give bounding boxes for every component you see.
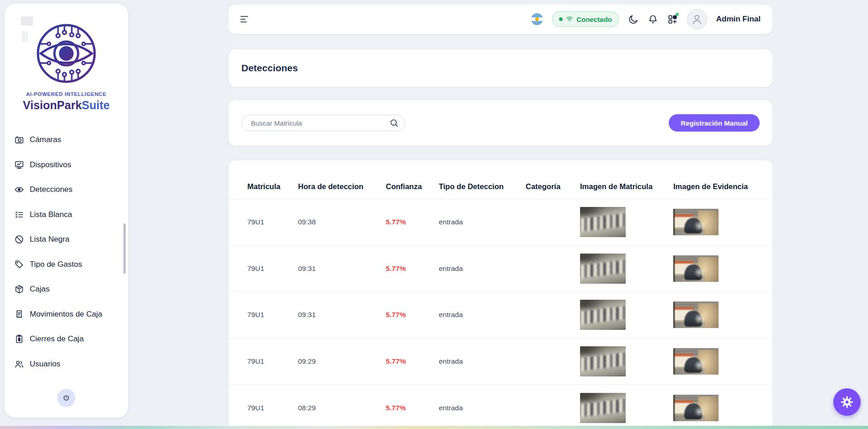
table-row: 79U1 09:29 5.77% entrada — [229, 339, 772, 385]
notifications-button[interactable] — [648, 14, 658, 25]
cell-tipo: entrada — [439, 218, 463, 226]
column-header-categoria: Categoría — [526, 182, 560, 191]
evidence-image[interactable] — [673, 395, 719, 421]
receipt-icon — [14, 309, 24, 319]
tag-icon — [14, 260, 24, 270]
brand-name-primary: VisionPark — [23, 99, 82, 111]
power-icon — [62, 393, 71, 403]
brand-logo-icon — [34, 20, 98, 87]
eye-icon — [14, 185, 24, 195]
cell-confianza: 5.77% — [386, 218, 406, 226]
sidebar-item-label: Lista Blanca — [30, 210, 72, 219]
cell-hora: 08:29 — [298, 404, 316, 412]
sidebar-item-label: Movimientos de Caja — [30, 310, 102, 319]
column-header-imagen-evidencia: Imagen de Evidencia — [673, 182, 748, 191]
cell-matricula: 79U1 — [247, 404, 264, 412]
cell-confianza: 5.77% — [386, 404, 406, 412]
user-avatar[interactable] — [687, 9, 707, 29]
notification-dot-icon — [676, 13, 679, 16]
cell-matricula: 79U1 — [247, 218, 264, 226]
sidebar-item-label: Cámaras — [30, 135, 61, 144]
cell-hora: 09:31 — [298, 311, 316, 319]
sidebar-item-camaras[interactable]: Cámaras — [5, 127, 128, 153]
sidebar: AI-POWERED INTELLIGENCE VisionParkSuite … — [5, 4, 128, 418]
toolbar-card: Registración Manual — [229, 100, 772, 146]
sidebar-item-label: Cajas — [30, 285, 49, 294]
argentina-flag-icon[interactable] — [531, 13, 543, 25]
plate-image[interactable] — [580, 346, 626, 376]
cell-tipo: entrada — [439, 404, 463, 412]
sidebar-item-movimientos-de-caja[interactable]: Movimientos de Caja — [5, 302, 128, 327]
cell-matricula: 79U1 — [247, 265, 264, 273]
gear-icon — [840, 395, 854, 409]
bell-icon — [648, 14, 658, 25]
connection-status-badge: Conectado — [552, 11, 619, 27]
checklist-icon — [14, 210, 24, 220]
cell-matricula: 79U1 — [247, 357, 264, 365]
sidebar-item-label: Detecciones — [30, 185, 73, 194]
table-row: 79U1 09:31 5.77% entrada — [229, 246, 772, 292]
settings-fab-button[interactable] — [833, 388, 861, 416]
cell-hora: 09:38 — [298, 218, 316, 226]
search-icon[interactable] — [389, 118, 399, 128]
sidebar-item-label: Lista Negra — [30, 235, 69, 244]
ban-icon — [14, 234, 24, 244]
logout-power-button[interactable] — [57, 389, 75, 407]
column-header-tipo: Tipo de Deteccion — [439, 182, 504, 191]
evidence-image[interactable] — [673, 209, 719, 235]
sidebar-item-detecciones[interactable]: Detecciones — [5, 177, 128, 202]
brand-name-secondary: Suite — [82, 99, 110, 111]
evidence-image[interactable] — [673, 255, 719, 282]
sidebar-scrollbar[interactable] — [123, 223, 126, 274]
users-icon — [14, 359, 24, 369]
brand-tagline: AI-POWERED INTELLIGENCE — [5, 91, 128, 97]
search-input[interactable] — [250, 119, 389, 127]
moon-icon — [628, 14, 639, 25]
logo-artifact — [21, 16, 33, 26]
cell-tipo: entrada — [439, 311, 463, 319]
column-header-imagen-matricula: Imagen de Matricula — [580, 182, 653, 191]
sidebar-item-dispositivos[interactable]: Dispositivos — [5, 153, 128, 178]
wifi-icon — [566, 16, 573, 22]
sidebar-item-label: Usuarios — [30, 360, 60, 369]
plate-image[interactable] — [580, 207, 626, 237]
sidebar-menu: Cámaras Dispositivos Det — [5, 127, 128, 376]
detections-table-card: Matricula Hora de deteccion Confianza Ti… — [229, 160, 772, 429]
sidebar-item-cierres-de-caja[interactable]: $ Cierres de Caja — [5, 327, 128, 352]
cell-hora: 09:31 — [298, 265, 316, 273]
column-header-confianza: Confianza — [386, 182, 422, 191]
manual-registration-button[interactable]: Registración Manual — [669, 114, 760, 132]
user-name[interactable]: Admin Final — [716, 15, 761, 24]
app-root: AI-POWERED INTELLIGENCE VisionParkSuite … — [0, 0, 868, 429]
evidence-image[interactable] — [673, 302, 719, 328]
sidebar-item-usuarios[interactable]: Usuarios — [5, 352, 128, 377]
cell-tipo: entrada — [439, 265, 463, 273]
sidebar-item-cajas[interactable]: Cajas — [5, 277, 128, 302]
plate-image[interactable] — [580, 300, 626, 330]
plate-image[interactable] — [580, 254, 626, 284]
sidebar-item-lista-negra[interactable]: Lista Negra — [5, 227, 128, 252]
table-row: 79U1 09:38 5.77% entrada — [229, 199, 772, 246]
cell-matricula: 79U1 — [247, 311, 264, 319]
plate-image[interactable] — [580, 393, 626, 423]
menu-toggle-button[interactable] — [240, 16, 249, 23]
search-box — [241, 115, 405, 131]
page-title-card: Detecciones — [229, 49, 772, 87]
page-title: Detecciones — [241, 63, 298, 74]
cell-tipo: entrada — [439, 357, 463, 365]
dark-mode-toggle[interactable] — [628, 14, 639, 25]
sidebar-item-label: Dispositivos — [30, 160, 71, 169]
widgets-add-button[interactable] — [667, 14, 678, 25]
clipboard-dollar-icon: $ — [14, 334, 24, 344]
box-icon — [14, 284, 24, 294]
brand-name: VisionParkSuite — [5, 99, 128, 112]
sidebar-item-tipo-de-gastos[interactable]: Tipo de Gastos — [5, 252, 128, 277]
table-row: 79U1 08:29 5.77% entrada — [229, 385, 772, 429]
topbar: Conectado — [229, 5, 772, 34]
table-row: 79U1 09:31 5.77% entrada — [229, 292, 772, 339]
sidebar-item-lista-blanca[interactable]: Lista Blanca — [5, 202, 128, 228]
column-header-matricula: Matricula — [247, 182, 280, 191]
cell-confianza: 5.77% — [386, 311, 406, 319]
evidence-image[interactable] — [673, 348, 719, 375]
svg-text:$: $ — [18, 338, 21, 342]
